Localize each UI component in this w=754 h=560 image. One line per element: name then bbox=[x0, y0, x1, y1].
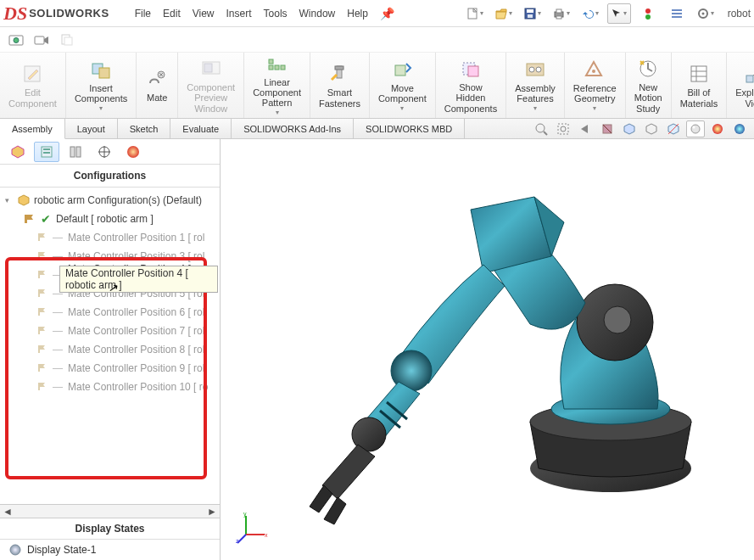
dropdown-caret-icon: ▾ bbox=[99, 105, 103, 113]
edit-component-label: Edit Component bbox=[8, 87, 57, 108]
open-doc-button[interactable] bbox=[492, 3, 516, 24]
configuration-tree[interactable]: ▾ robotic arm Configuration(s) (Default)… bbox=[0, 188, 220, 504]
view-settings-icon[interactable] bbox=[730, 120, 749, 137]
menu-help[interactable]: Help bbox=[347, 8, 368, 20]
menu-window[interactable]: Window bbox=[299, 8, 336, 20]
svg-rect-28 bbox=[269, 59, 273, 64]
new-motion-button[interactable]: New Motion Study bbox=[626, 53, 672, 118]
mate-button[interactable]: Mate bbox=[137, 53, 178, 118]
bom-label: Bill of Materials bbox=[680, 87, 718, 108]
screenshot-icon[interactable] bbox=[7, 31, 25, 49]
svg-text:z: z bbox=[236, 538, 239, 544]
exploded-view-button[interactable]: Exploded View bbox=[727, 53, 754, 118]
dropdown-caret-icon: ▾ bbox=[593, 105, 596, 113]
tab-assembly[interactable]: Assembly bbox=[0, 119, 65, 139]
svg-point-57 bbox=[734, 124, 745, 134]
menu-view[interactable]: View bbox=[193, 8, 215, 20]
scroll-right-icon[interactable]: ► bbox=[206, 506, 218, 518]
menu-insert[interactable]: Insert bbox=[226, 8, 252, 20]
smart-fasteners-button[interactable]: Smart Fasteners bbox=[310, 53, 370, 118]
rebuild-button[interactable] bbox=[636, 3, 660, 24]
move-component-button[interactable]: Move Component ▾ bbox=[370, 53, 436, 118]
config-item-label: Mate Controller Position 3 [ rol bbox=[68, 250, 204, 262]
zoom-area-icon[interactable] bbox=[554, 120, 572, 137]
svg-rect-27 bbox=[281, 65, 285, 70]
settings-gear-button[interactable] bbox=[694, 3, 718, 24]
move-component-icon bbox=[390, 58, 414, 81]
edit-appearance-icon[interactable] bbox=[686, 120, 705, 137]
select-button[interactable] bbox=[607, 3, 631, 24]
save-doc-button[interactable] bbox=[521, 3, 545, 24]
zoom-fit-icon[interactable] bbox=[532, 120, 550, 137]
tab-sketch[interactable]: Sketch bbox=[118, 119, 171, 138]
options-list-button[interactable] bbox=[665, 3, 689, 24]
config-item[interactable]: —Mate Controller Position 10 [ ro bbox=[2, 378, 218, 396]
view-orientation-icon[interactable] bbox=[620, 120, 639, 137]
display-states-title: Display States bbox=[0, 518, 220, 540]
mate-icon bbox=[145, 67, 169, 91]
flag-icon bbox=[37, 382, 47, 392]
config-item[interactable]: —Mate Controller Position 4 [ robotic ar… bbox=[2, 266, 218, 284]
tree-root[interactable]: ▾ robotic arm Configuration(s) (Default) bbox=[2, 191, 218, 210]
linear-pattern-button[interactable]: Linear Component Pattern ▾ bbox=[244, 53, 310, 118]
svg-point-54 bbox=[691, 125, 700, 133]
config-item[interactable]: —Mate Controller Position 1 [ rol bbox=[2, 228, 218, 247]
assembly-features-button[interactable]: Assembly Features ▾ bbox=[506, 53, 565, 118]
dash-icon: — bbox=[53, 362, 63, 374]
edit-component-icon bbox=[20, 62, 44, 86]
show-hidden-button[interactable]: Show Hidden Components bbox=[436, 53, 506, 118]
tab-mbd[interactable]: SOLIDWORKS MBD bbox=[354, 119, 465, 138]
bom-button[interactable]: Bill of Materials bbox=[672, 53, 728, 118]
tree-default[interactable]: ✔ Default [ robotic arm ] bbox=[2, 210, 218, 228]
display-style-icon[interactable] bbox=[642, 120, 661, 137]
svg-rect-61 bbox=[70, 147, 75, 157]
svg-rect-68 bbox=[38, 233, 40, 241]
robot-arm-model bbox=[229, 139, 754, 560]
insert-components-button[interactable]: Insert Components ▾ bbox=[66, 53, 137, 118]
expand-icon[interactable]: ▾ bbox=[5, 196, 14, 204]
config-item[interactable]: —Mate Controller Position 6 [ rol bbox=[2, 303, 218, 322]
display-manager-tab-icon[interactable] bbox=[120, 142, 146, 162]
print-button[interactable] bbox=[550, 3, 573, 24]
svg-point-66 bbox=[127, 146, 139, 158]
title-toolbar: robot bbox=[463, 3, 751, 24]
configuration-manager-tab-icon[interactable] bbox=[63, 142, 88, 162]
config-item[interactable]: —Mate Controller Position 7 [ rol bbox=[2, 322, 218, 340]
scroll-left-icon[interactable]: ◄ bbox=[2, 506, 14, 518]
insert-components-icon bbox=[89, 58, 113, 81]
menu-file[interactable]: File bbox=[135, 8, 151, 20]
copy-icon[interactable] bbox=[58, 31, 76, 49]
tab-layout[interactable]: Layout bbox=[65, 119, 118, 138]
hide-show-icon[interactable] bbox=[664, 120, 683, 137]
component-preview-button[interactable]: Component Preview Window bbox=[178, 53, 244, 118]
undo-button[interactable] bbox=[578, 3, 602, 24]
section-view-icon[interactable] bbox=[598, 120, 617, 137]
svg-point-36 bbox=[536, 67, 541, 72]
edit-component-button[interactable]: Edit Component bbox=[0, 53, 66, 118]
graphics-viewport[interactable]: y x z bbox=[221, 139, 754, 560]
record-icon[interactable] bbox=[32, 31, 51, 49]
svg-rect-2 bbox=[527, 9, 533, 13]
svg-rect-30 bbox=[335, 66, 343, 70]
tab-addins[interactable]: SOLIDWORKS Add-Ins bbox=[232, 119, 354, 138]
horizontal-scrollbar[interactable]: ◄ ► bbox=[0, 504, 220, 518]
property-manager-tab-icon[interactable] bbox=[34, 142, 59, 162]
display-state-row[interactable]: Display State-1 bbox=[0, 540, 220, 560]
menu-tools[interactable]: Tools bbox=[264, 8, 288, 20]
tab-evaluate[interactable]: Evaluate bbox=[170, 119, 232, 138]
show-hidden-label: Show Hidden Components bbox=[444, 82, 497, 113]
apply-scene-icon[interactable] bbox=[708, 120, 727, 137]
dropdown-caret-icon: ▾ bbox=[533, 105, 537, 113]
dimxpert-tab-icon[interactable] bbox=[92, 142, 117, 162]
feature-tree-tab-icon[interactable] bbox=[5, 142, 31, 162]
new-doc-button[interactable] bbox=[463, 3, 487, 24]
config-item[interactable]: —Mate Controller Position 8 [ rol bbox=[2, 340, 218, 359]
pin-icon[interactable]: 📌 bbox=[380, 7, 394, 20]
svg-point-55 bbox=[693, 126, 695, 129]
move-component-label: Move Component bbox=[378, 83, 427, 104]
menu-edit[interactable]: Edit bbox=[163, 8, 181, 20]
previous-view-icon[interactable] bbox=[576, 120, 595, 137]
title-bar: DS SOLIDWORKS File Edit View Insert Tool… bbox=[0, 0, 754, 27]
config-item[interactable]: —Mate Controller Position 9 [ rol bbox=[2, 359, 218, 378]
reference-geometry-button[interactable]: Reference Geometry ▾ bbox=[565, 53, 626, 118]
